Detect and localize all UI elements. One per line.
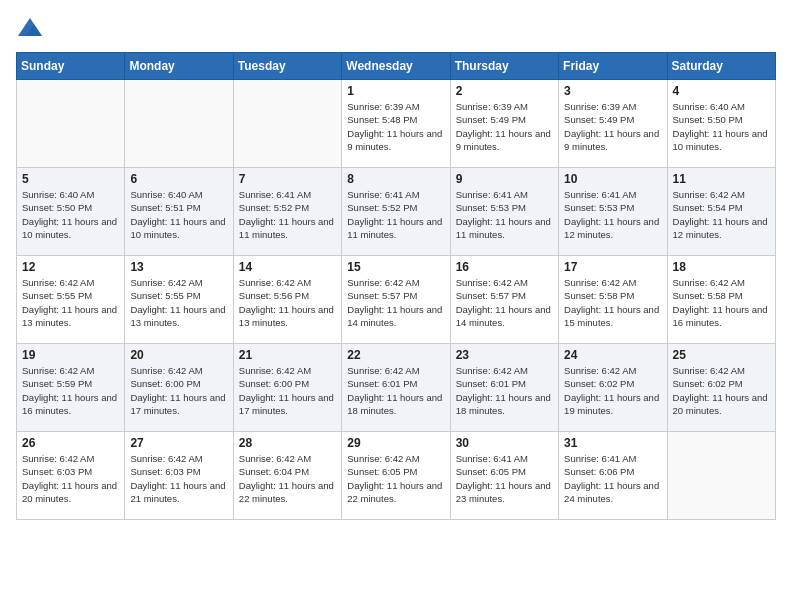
calendar-cell: 12Sunrise: 6:42 AMSunset: 5:55 PMDayligh… (17, 256, 125, 344)
cell-info: Sunrise: 6:40 AMSunset: 5:50 PMDaylight:… (673, 100, 770, 153)
cell-info: Sunrise: 6:42 AMSunset: 5:56 PMDaylight:… (239, 276, 336, 329)
day-number: 29 (347, 436, 444, 450)
day-number: 20 (130, 348, 227, 362)
cell-info: Sunrise: 6:42 AMSunset: 6:03 PMDaylight:… (130, 452, 227, 505)
calendar-cell: 5Sunrise: 6:40 AMSunset: 5:50 PMDaylight… (17, 168, 125, 256)
calendar-cell: 13Sunrise: 6:42 AMSunset: 5:55 PMDayligh… (125, 256, 233, 344)
day-number: 13 (130, 260, 227, 274)
cell-info: Sunrise: 6:41 AMSunset: 5:52 PMDaylight:… (239, 188, 336, 241)
day-number: 6 (130, 172, 227, 186)
day-number: 26 (22, 436, 119, 450)
day-number: 9 (456, 172, 553, 186)
calendar-cell: 24Sunrise: 6:42 AMSunset: 6:02 PMDayligh… (559, 344, 667, 432)
day-number: 15 (347, 260, 444, 274)
weekday-header-row: SundayMondayTuesdayWednesdayThursdayFrid… (17, 53, 776, 80)
calendar-cell: 4Sunrise: 6:40 AMSunset: 5:50 PMDaylight… (667, 80, 775, 168)
cell-info: Sunrise: 6:42 AMSunset: 6:04 PMDaylight:… (239, 452, 336, 505)
day-number: 8 (347, 172, 444, 186)
day-number: 7 (239, 172, 336, 186)
calendar-cell: 18Sunrise: 6:42 AMSunset: 5:58 PMDayligh… (667, 256, 775, 344)
logo (16, 16, 48, 40)
calendar-cell (667, 432, 775, 520)
day-number: 2 (456, 84, 553, 98)
cell-info: Sunrise: 6:42 AMSunset: 6:02 PMDaylight:… (673, 364, 770, 417)
day-number: 3 (564, 84, 661, 98)
calendar-cell: 17Sunrise: 6:42 AMSunset: 5:58 PMDayligh… (559, 256, 667, 344)
calendar-cell: 16Sunrise: 6:42 AMSunset: 5:57 PMDayligh… (450, 256, 558, 344)
day-number: 23 (456, 348, 553, 362)
day-number: 5 (22, 172, 119, 186)
day-number: 27 (130, 436, 227, 450)
cell-info: Sunrise: 6:42 AMSunset: 5:58 PMDaylight:… (564, 276, 661, 329)
calendar-cell: 29Sunrise: 6:42 AMSunset: 6:05 PMDayligh… (342, 432, 450, 520)
day-number: 1 (347, 84, 444, 98)
weekday-header-saturday: Saturday (667, 53, 775, 80)
calendar-cell: 23Sunrise: 6:42 AMSunset: 6:01 PMDayligh… (450, 344, 558, 432)
cell-info: Sunrise: 6:42 AMSunset: 6:01 PMDaylight:… (347, 364, 444, 417)
calendar-cell: 7Sunrise: 6:41 AMSunset: 5:52 PMDaylight… (233, 168, 341, 256)
cell-info: Sunrise: 6:42 AMSunset: 6:05 PMDaylight:… (347, 452, 444, 505)
page-header (16, 16, 776, 40)
cell-info: Sunrise: 6:41 AMSunset: 6:06 PMDaylight:… (564, 452, 661, 505)
logo-icon (16, 16, 44, 40)
day-number: 18 (673, 260, 770, 274)
cell-info: Sunrise: 6:42 AMSunset: 6:00 PMDaylight:… (130, 364, 227, 417)
calendar-cell: 14Sunrise: 6:42 AMSunset: 5:56 PMDayligh… (233, 256, 341, 344)
cell-info: Sunrise: 6:41 AMSunset: 5:53 PMDaylight:… (456, 188, 553, 241)
cell-info: Sunrise: 6:42 AMSunset: 6:03 PMDaylight:… (22, 452, 119, 505)
calendar-cell (233, 80, 341, 168)
calendar-week-row: 19Sunrise: 6:42 AMSunset: 5:59 PMDayligh… (17, 344, 776, 432)
cell-info: Sunrise: 6:40 AMSunset: 5:51 PMDaylight:… (130, 188, 227, 241)
cell-info: Sunrise: 6:39 AMSunset: 5:49 PMDaylight:… (564, 100, 661, 153)
calendar-cell: 30Sunrise: 6:41 AMSunset: 6:05 PMDayligh… (450, 432, 558, 520)
calendar-week-row: 5Sunrise: 6:40 AMSunset: 5:50 PMDaylight… (17, 168, 776, 256)
calendar-cell: 1Sunrise: 6:39 AMSunset: 5:48 PMDaylight… (342, 80, 450, 168)
weekday-header-tuesday: Tuesday (233, 53, 341, 80)
calendar-cell: 20Sunrise: 6:42 AMSunset: 6:00 PMDayligh… (125, 344, 233, 432)
cell-info: Sunrise: 6:42 AMSunset: 5:55 PMDaylight:… (22, 276, 119, 329)
cell-info: Sunrise: 6:39 AMSunset: 5:49 PMDaylight:… (456, 100, 553, 153)
day-number: 28 (239, 436, 336, 450)
cell-info: Sunrise: 6:42 AMSunset: 5:58 PMDaylight:… (673, 276, 770, 329)
weekday-header-friday: Friday (559, 53, 667, 80)
calendar-cell: 3Sunrise: 6:39 AMSunset: 5:49 PMDaylight… (559, 80, 667, 168)
calendar-table: SundayMondayTuesdayWednesdayThursdayFrid… (16, 52, 776, 520)
day-number: 16 (456, 260, 553, 274)
calendar-cell: 11Sunrise: 6:42 AMSunset: 5:54 PMDayligh… (667, 168, 775, 256)
calendar-cell: 15Sunrise: 6:42 AMSunset: 5:57 PMDayligh… (342, 256, 450, 344)
day-number: 10 (564, 172, 661, 186)
day-number: 25 (673, 348, 770, 362)
calendar-cell: 21Sunrise: 6:42 AMSunset: 6:00 PMDayligh… (233, 344, 341, 432)
cell-info: Sunrise: 6:42 AMSunset: 5:59 PMDaylight:… (22, 364, 119, 417)
day-number: 11 (673, 172, 770, 186)
calendar-cell: 26Sunrise: 6:42 AMSunset: 6:03 PMDayligh… (17, 432, 125, 520)
cell-info: Sunrise: 6:41 AMSunset: 6:05 PMDaylight:… (456, 452, 553, 505)
calendar-cell: 31Sunrise: 6:41 AMSunset: 6:06 PMDayligh… (559, 432, 667, 520)
calendar-cell: 28Sunrise: 6:42 AMSunset: 6:04 PMDayligh… (233, 432, 341, 520)
cell-info: Sunrise: 6:41 AMSunset: 5:53 PMDaylight:… (564, 188, 661, 241)
day-number: 30 (456, 436, 553, 450)
calendar-week-row: 26Sunrise: 6:42 AMSunset: 6:03 PMDayligh… (17, 432, 776, 520)
calendar-cell: 27Sunrise: 6:42 AMSunset: 6:03 PMDayligh… (125, 432, 233, 520)
cell-info: Sunrise: 6:42 AMSunset: 5:57 PMDaylight:… (347, 276, 444, 329)
day-number: 21 (239, 348, 336, 362)
cell-info: Sunrise: 6:42 AMSunset: 6:01 PMDaylight:… (456, 364, 553, 417)
day-number: 19 (22, 348, 119, 362)
calendar-week-row: 12Sunrise: 6:42 AMSunset: 5:55 PMDayligh… (17, 256, 776, 344)
cell-info: Sunrise: 6:39 AMSunset: 5:48 PMDaylight:… (347, 100, 444, 153)
calendar-cell: 2Sunrise: 6:39 AMSunset: 5:49 PMDaylight… (450, 80, 558, 168)
day-number: 22 (347, 348, 444, 362)
calendar-cell: 10Sunrise: 6:41 AMSunset: 5:53 PMDayligh… (559, 168, 667, 256)
calendar-cell: 19Sunrise: 6:42 AMSunset: 5:59 PMDayligh… (17, 344, 125, 432)
calendar-cell: 9Sunrise: 6:41 AMSunset: 5:53 PMDaylight… (450, 168, 558, 256)
weekday-header-monday: Monday (125, 53, 233, 80)
cell-info: Sunrise: 6:42 AMSunset: 6:00 PMDaylight:… (239, 364, 336, 417)
day-number: 14 (239, 260, 336, 274)
weekday-header-wednesday: Wednesday (342, 53, 450, 80)
calendar-cell (17, 80, 125, 168)
weekday-header-sunday: Sunday (17, 53, 125, 80)
day-number: 31 (564, 436, 661, 450)
day-number: 17 (564, 260, 661, 274)
cell-info: Sunrise: 6:41 AMSunset: 5:52 PMDaylight:… (347, 188, 444, 241)
cell-info: Sunrise: 6:42 AMSunset: 5:54 PMDaylight:… (673, 188, 770, 241)
